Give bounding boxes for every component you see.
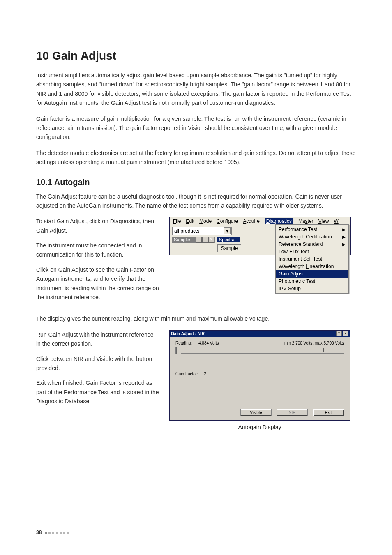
menu-acquire[interactable]: Acquire [243,218,260,224]
diagnostics-dropdown: Performance Test▶ Wavelength Certificati… [275,224,349,294]
menu-file[interactable]: File [173,218,181,224]
figure-caption: Autogain Display [169,424,350,430]
minimize-icon[interactable]: _ [196,237,202,243]
combo-value: all products [174,228,199,234]
gain-factor-value: 2 [204,372,206,376]
close-icon[interactable]: × [208,237,214,243]
reading-label: Reading: [175,341,192,345]
gain-adjust-dialog: Gain Adjust - NIR ? × Reading: 4.884 Vol… [169,330,350,421]
mdi-spectra-title: Spectra [219,237,239,242]
menu-master[interactable]: Master [298,218,314,224]
gain-factor-label: Gain Factor: [175,372,198,376]
menu-item-performance-test[interactable]: Performance Test▶ [276,226,348,233]
product-combo[interactable]: all products ▾ [172,227,232,235]
page-footer: 38 [36,530,69,535]
visible-button[interactable]: Visible [240,409,272,416]
range-label: min 2.700 Volts, max 5.700 Volts [284,341,344,345]
exit-button[interactable]: Exit [313,409,344,416]
body-paragraph: Click between NIR and Visible with the b… [36,354,159,373]
menu-screenshot: File Edit Mode Configure Acquire Diagnos… [169,217,351,255]
menu-truncated[interactable]: W [334,218,338,224]
close-icon[interactable]: × [343,331,348,336]
menu-diagnostics[interactable]: Diagnostics [265,218,293,224]
mdi-samples-window[interactable]: Samples _ □ × [172,237,215,243]
body-paragraph: The instrument must be connected and in … [36,241,159,259]
menu-configure[interactable]: Configure [217,218,238,224]
mdi-samples-title: Samples [174,237,196,242]
reading-slider[interactable] [175,347,344,354]
subsection-heading: 10.1 Autogain [36,178,359,187]
submenu-arrow-icon: ▶ [342,227,346,232]
body-paragraph: To start Gain Adjust, click on Diagnosti… [36,217,159,235]
combo-caret-icon[interactable]: ▾ [224,227,231,234]
footer-squares-icon [45,532,69,534]
submenu-arrow-icon: ▶ [342,242,346,247]
section-heading: 10 Gain Adjust [36,49,359,62]
menu-item-reference-standard[interactable]: Reference Standard▶ [276,240,348,248]
page-number: 38 [36,530,42,535]
body-paragraph: Exit when finished. Gain Factor is repor… [36,378,159,406]
menu-item-wavelength-linearization[interactable]: Wavelength Linearization [276,263,348,270]
body-paragraph: The display gives the current reading, a… [36,314,359,323]
maximize-icon[interactable]: □ [202,237,208,243]
sample-button[interactable]: Sample [217,244,242,252]
menu-mode[interactable]: Mode [199,218,212,224]
mdi-spectra-window[interactable]: Spectra [217,237,240,242]
body-paragraph: The detector module electronics are set … [36,148,359,167]
body-paragraph: Click on Gain Adjust to see the Gain Fac… [36,265,159,302]
menu-edit[interactable]: Edit [186,218,194,224]
menu-item-photometric-test[interactable]: Photometric Test [276,278,348,285]
body-paragraph: The Gain Adjust feature can be a useful … [36,192,359,210]
body-paragraph: Instrument amplifiers automatically adju… [36,71,359,108]
submenu-arrow-icon: ▶ [342,235,346,239]
dialog-titlebar: Gain Adjust - NIR ? × [170,331,350,337]
help-icon[interactable]: ? [336,331,342,336]
menu-item-gain-adjust[interactable]: Gain Adjust [276,270,348,278]
menu-item-wavelength-cert[interactable]: Wavelength Certification▶ [276,233,348,240]
reading-value: 4.884 Volts [198,341,219,345]
menu-item-instrument-self-test[interactable]: Instrument Self Test [276,255,348,263]
menu-item-ipv-setup[interactable]: IPV Setup [276,285,348,292]
nir-button[interactable]: NIR [277,409,308,416]
dialog-title: Gain Adjust - NIR [171,331,205,336]
body-paragraph: Gain factor is a measure of gain multipl… [36,114,359,142]
menu-item-low-flux-test[interactable]: Low-Flux Test [276,248,348,255]
body-paragraph: Run Gain Adjust with the instrument refe… [36,330,159,349]
menu-view[interactable]: View [318,218,329,224]
slider-thumb[interactable] [176,347,181,354]
